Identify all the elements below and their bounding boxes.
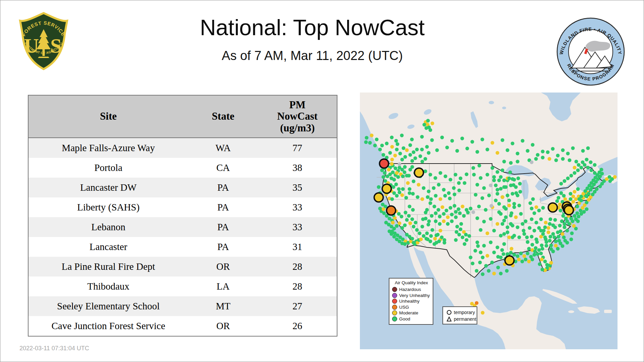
aqi-dot: [476, 183, 479, 187]
aqi-dot: [431, 122, 434, 125]
aqi-dot: [554, 240, 558, 243]
aqi-dot: [409, 222, 412, 225]
aqi-dot: [414, 221, 418, 225]
aqi-dot: [421, 160, 424, 164]
aqi-dot: [553, 226, 557, 229]
aqi-dot: [396, 175, 400, 179]
aqi-dot: [370, 134, 374, 137]
aqi-dot: [507, 236, 511, 239]
aqi-dot: [539, 218, 543, 221]
aqi-dot: [412, 225, 416, 229]
aqi-dot: [442, 188, 446, 192]
legend-item-good: Good: [392, 316, 431, 322]
aqi-dot: [425, 145, 429, 149]
aqi-dot: [449, 178, 452, 182]
aqi-dot: [536, 252, 540, 256]
aqi-dot: [482, 244, 486, 248]
aqi-dot: [499, 212, 503, 216]
aqi-dot: [497, 202, 501, 206]
aqi-dot: [400, 226, 404, 230]
state-cell: LA: [188, 277, 258, 296]
aqi-dot: [419, 238, 423, 241]
wfaqrp-logo: WILDLAND FIRE • AIR QUALITY RESPONSE PRO…: [555, 15, 626, 89]
aqi-dot: [469, 207, 473, 210]
aqi-dot: [533, 229, 536, 233]
pm-cell: 38: [258, 158, 337, 178]
legend-label: Hazardous: [399, 287, 421, 292]
site-cell: Liberty (SAHS): [28, 197, 188, 217]
aqi-dot: [509, 214, 513, 218]
aqi-dot: [487, 194, 491, 197]
aqi-map[interactable]: Air Quality Index Hazardous Very Unhealt…: [360, 93, 618, 349]
aqi-dot: [547, 231, 550, 234]
table-row: PortolaCA38: [28, 158, 337, 178]
aqi-dot: [430, 138, 434, 142]
pm-cell: 31: [258, 237, 337, 257]
aqi-dot: [446, 216, 450, 219]
aqi-dot: [453, 204, 457, 208]
aqi-dot: [586, 146, 590, 150]
aqi-dot: [600, 168, 603, 172]
site-cell: Lebanon: [28, 217, 188, 237]
aqi-dot: [509, 251, 513, 255]
legend-label: Good: [399, 316, 410, 321]
aqi-dot: [392, 235, 396, 239]
legend-item-hazardous: Hazardous: [392, 287, 431, 293]
aqi-dot: [398, 222, 401, 225]
aqi-dot: [506, 148, 509, 152]
aqi-dot: [380, 144, 384, 147]
table-row: Lancaster DWPA35: [28, 178, 337, 197]
aqi-dot: [392, 185, 395, 189]
aqi-dot: [422, 234, 426, 238]
aqi-dot: [499, 234, 503, 238]
aqi-dot: [420, 148, 424, 152]
aqi-dot: [582, 210, 586, 214]
aqi-dot: [463, 242, 467, 246]
legend-label: Moderate: [399, 310, 418, 315]
aqi-dot: [608, 179, 612, 183]
aqi-dot: [566, 229, 569, 233]
table-row: Cave Junction Forest ServiceOR26: [28, 316, 337, 336]
aqi-dot: [541, 150, 545, 154]
pm-cell: 26: [258, 316, 337, 336]
aqi-dot: [408, 187, 412, 191]
aqi-dot: [541, 206, 545, 210]
aqi-dot: [395, 171, 399, 175]
aqi-dot: [404, 155, 407, 159]
pm-cell: 33: [258, 197, 337, 217]
aqi-dot: [481, 311, 485, 315]
aqi-dot: [570, 238, 573, 241]
aqi-dot: [446, 222, 450, 226]
site-cell: Lancaster: [28, 237, 188, 257]
aqi-dot: [427, 151, 431, 155]
aqi-dot: [572, 195, 575, 198]
aqi-dot: [573, 171, 577, 175]
aqi-dot: [496, 188, 499, 192]
legend-item-usg: USG: [392, 304, 431, 310]
aqi-dot: [429, 240, 432, 243]
aqi-dot: [561, 157, 565, 161]
aqi-dot: [501, 222, 504, 226]
aqi-dot: [529, 201, 532, 205]
site-cell: Cave Junction Forest Service: [28, 316, 188, 336]
aqi-dot: [454, 210, 458, 214]
pm-cell: 28: [258, 257, 337, 277]
aqi-dot: [558, 203, 562, 206]
aqi-dot: [476, 241, 479, 244]
aqi-dot: [537, 209, 541, 213]
legend-item-temporary: temporary: [446, 309, 475, 316]
aqi-dot: [424, 157, 427, 161]
state-cell: PA: [188, 217, 258, 237]
aqi-dot: [580, 166, 583, 170]
aqi-dot: [375, 138, 379, 141]
aqi-dot: [499, 272, 503, 276]
aqi-dot: [561, 148, 565, 152]
aqi-dot: [397, 187, 401, 191]
aqi-dot: [442, 212, 446, 216]
aqi-dot: [466, 147, 469, 150]
aqi-dot: [511, 192, 515, 196]
aqi-dot: [544, 221, 548, 225]
aqi-dot: [526, 240, 530, 244]
aqi-dot: [516, 254, 520, 258]
aqi-dot: [540, 258, 544, 261]
